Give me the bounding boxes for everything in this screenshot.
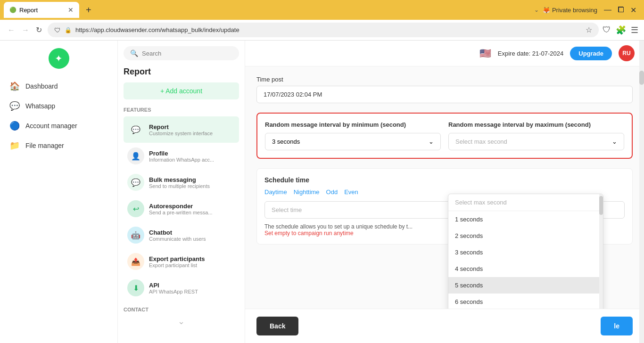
sidebar-item-files[interactable]: 📁 File manager (0, 136, 117, 155)
nav-arrows: ← → ↻ (6, 24, 44, 36)
dropdown-item-2[interactable]: 2 seconds (448, 228, 603, 244)
autoresponder-menu-sub: Send a pre-written messa... (149, 210, 235, 215)
browser-tab[interactable]: 🟢 Report ✕ (4, 2, 79, 18)
dropdown-scrollbar[interactable] (599, 194, 603, 309)
profile-menu-sub: Information WhatsApp acc... (149, 157, 235, 163)
max-interval-group: Random message interval by maximum (seco… (448, 121, 624, 150)
profile-menu-title: Profile (149, 150, 235, 157)
time-post-section: Time post 17/07/2023 02:04 PM (256, 76, 633, 103)
api-menu-text: API API WhatsApp REST (149, 282, 235, 294)
autoresponder-menu-icon: ↩ (127, 200, 144, 217)
url-bar[interactable]: 🛡 🔒 https://app.cloudwasender.com/whatsa… (48, 23, 599, 37)
chatbot-menu-text: Chatbot Communicate with users (149, 229, 235, 242)
export-menu-text: Export participants Export participant l… (149, 255, 235, 268)
schedule-tab-nighttime[interactable]: Nighttime (294, 188, 320, 196)
back-button[interactable]: Back (256, 317, 298, 335)
user-avatar[interactable]: RU (619, 45, 635, 61)
min-interval-dropdown[interactable]: 3 seconds ⌄ (265, 133, 441, 150)
report-menu-icon: 💬 (127, 121, 144, 138)
sidebar-item-account[interactable]: 🔵 Account manager (0, 116, 117, 136)
autoresponder-menu-text: Autoresponder Send a pre-written messa..… (149, 203, 235, 215)
form-scroll: Time post 17/07/2023 02:04 PM Random mes… (245, 66, 644, 309)
schedule-title: Schedule time (264, 176, 625, 184)
logo-icon: ✦ (49, 48, 69, 69)
window-controls: — ⧠ ✕ (600, 6, 640, 15)
tab-favicon: 🟢 (9, 7, 17, 13)
chatbot-menu-icon: 🤖 (127, 227, 144, 244)
menu-item-profile[interactable]: 👤 Profile Information WhatsApp acc... (124, 143, 239, 169)
content-scrollbar[interactable] (639, 41, 644, 343)
bulk-menu-icon: 💬 (127, 174, 144, 191)
refresh-btn[interactable]: ↻ (34, 24, 44, 36)
bulk-menu-title: Bulk messaging (149, 176, 235, 183)
private-browsing-icon: 🦊 (543, 7, 550, 14)
schedule-tab-even[interactable]: Even (344, 188, 358, 196)
schedule-tab-odd[interactable]: Odd (326, 188, 338, 196)
form-buttons: Back le (245, 309, 644, 343)
menu-item-bulk[interactable]: 💬 Bulk messaging Send to multiple recipi… (124, 169, 239, 196)
report-menu-text: Report Customize system interface (149, 123, 235, 136)
app-logo: ✦ (0, 48, 117, 76)
sidebar-item-label-files: File manager (25, 142, 64, 149)
dashboard-icon: 🏠 (9, 81, 20, 91)
chatbot-menu-title: Chatbot (149, 229, 235, 236)
new-tab-button[interactable]: + (82, 5, 95, 16)
bulk-menu-sub: Send to multiple recipients (149, 183, 235, 189)
sidebar-item-whatsapp[interactable]: 💬 Whatsapp (0, 96, 117, 116)
menu-item-api[interactable]: ⬇ API API WhatsApp REST (124, 275, 239, 301)
files-icon: 📁 (9, 140, 20, 151)
main-content: 🔍 Report + Add account FEATURES 💬 Report… (118, 41, 644, 343)
sidebar-item-dashboard[interactable]: 🏠 Dashboard (0, 76, 117, 96)
minimize-btn[interactable]: — (604, 6, 611, 15)
nav-right-icons: 🛡 🧩 ☰ (603, 25, 638, 35)
forward-nav-btn[interactable]: → (20, 24, 31, 36)
min-interval-group: Random message interval by minimum (seco… (265, 121, 441, 150)
add-account-button[interactable]: + Add account (124, 82, 239, 99)
search-input[interactable] (142, 50, 232, 57)
menu-item-export[interactable]: 📤 Export participants Export participant… (124, 248, 239, 275)
export-menu-title: Export participants (149, 255, 235, 262)
dropdown-item-6[interactable]: 6 seconds (448, 294, 603, 309)
tab-close-btn[interactable]: ✕ (68, 6, 74, 14)
dropdown-item-1[interactable]: 1 seconds (448, 211, 603, 228)
sidebar-item-label-account: Account manager (25, 122, 77, 130)
search-box[interactable]: 🔍 (124, 46, 239, 60)
dropdown-icon[interactable]: ⌄ (534, 7, 539, 13)
autoresponder-menu-title: Autoresponder (149, 203, 235, 210)
upgrade-button[interactable]: Upgrade (570, 47, 612, 60)
content-area: 🇺🇸 Expire date: 21-07-2024 Upgrade RU Ti… (245, 41, 644, 343)
maximize-btn[interactable]: ⧠ (617, 6, 625, 15)
url-text: https://app.cloudwasender.com/whatsapp_b… (75, 26, 582, 33)
export-menu-sub: Export participant list (149, 262, 235, 268)
menu-item-chatbot[interactable]: 🤖 Chatbot Communicate with users (124, 222, 239, 248)
bookmark-icon[interactable]: ☆ (586, 25, 592, 34)
chatbot-menu-sub: Communicate with users (149, 236, 235, 242)
sidebar-item-label-dashboard: Dashboard (25, 82, 58, 90)
flag-icon: 🇺🇸 (479, 48, 491, 59)
tab-title: Report (19, 7, 65, 14)
shield-nav-icon[interactable]: 🛡 (603, 25, 611, 35)
extensions-icon[interactable]: 🧩 (616, 25, 626, 35)
menu-item-report[interactable]: 💬 Report Customize system interface (124, 116, 239, 143)
scroll-indicator-down: ⌄ (124, 314, 239, 328)
bulk-menu-text: Bulk messaging Send to multiple recipien… (149, 176, 235, 189)
profile-menu-text: Profile Information WhatsApp acc... (149, 150, 235, 163)
dropdown-item-5[interactable]: 5 seconds (448, 277, 603, 294)
dropdown-item-4[interactable]: 4 seconds (448, 261, 603, 277)
menu-icon[interactable]: ☰ (631, 25, 638, 35)
schedule-tab-daytime[interactable]: Daytime (264, 188, 287, 196)
min-interval-label: Random message interval by minimum (seco… (265, 121, 441, 128)
max-interval-dropdown-list[interactable]: Select max second 1 seconds 2 seconds 3 … (448, 194, 603, 309)
left-sidebar: ✦ 🏠 Dashboard 💬 Whatsapp 🔵 Account manag… (0, 41, 118, 343)
close-btn[interactable]: ✕ (630, 6, 636, 15)
save-button[interactable]: le (601, 317, 633, 335)
lock-icon: 🔒 (65, 27, 72, 33)
search-icon: 🔍 (130, 49, 138, 57)
min-interval-value: 3 seconds (272, 138, 300, 145)
back-nav-btn[interactable]: ← (6, 24, 17, 36)
max-interval-dropdown[interactable]: Select max second ⌄ (448, 133, 624, 150)
shield-icon: 🛡 (54, 26, 61, 34)
report-menu-sub: Customize system interface (149, 131, 235, 136)
menu-item-autoresponder[interactable]: ↩ Autoresponder Send a pre-written messa… (124, 196, 239, 222)
dropdown-item-3[interactable]: 3 seconds (448, 244, 603, 261)
